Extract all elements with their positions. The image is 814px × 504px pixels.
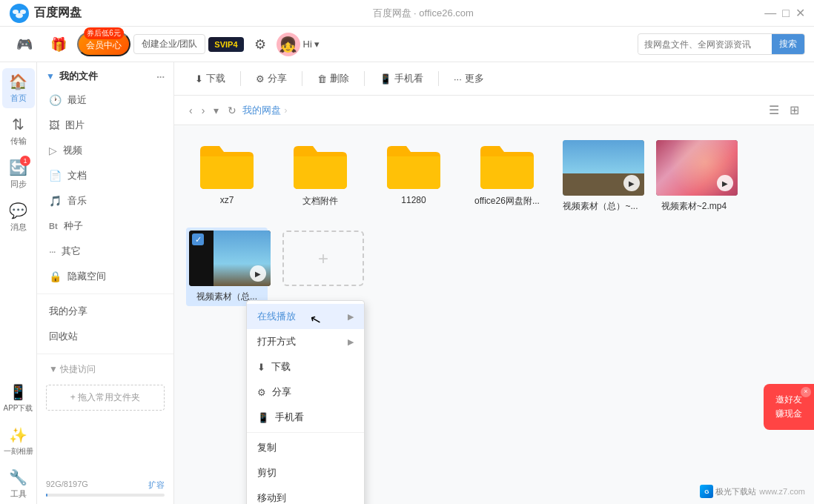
- grid-view-button[interactable]: ⊞: [787, 102, 802, 119]
- context-item-inner-open: 打开方式: [257, 335, 296, 348]
- tools-icon: 🔧: [9, 468, 27, 486]
- divider-2: [37, 354, 173, 354]
- settings-icon-button[interactable]: ⚙: [247, 32, 274, 57]
- member-btn-label: 会员中心: [86, 39, 122, 52]
- sidebar-app-label: APP下载: [3, 403, 33, 414]
- panel-item-trash[interactable]: 回收站: [37, 324, 173, 349]
- minimize-button[interactable]: —: [764, 7, 776, 20]
- mobile-label: 手机看: [275, 411, 304, 424]
- panel-item-music[interactable]: 🎵 音乐: [37, 188, 173, 213]
- sidebar-sync-label: 同步: [10, 179, 27, 190]
- gift-icon-button[interactable]: 🎁: [43, 32, 74, 57]
- context-item-inner-download: ⬇ 下载: [257, 360, 291, 374]
- panel-item-bt[interactable]: Bt 种子: [37, 213, 173, 239]
- search-input[interactable]: [638, 36, 772, 53]
- panel-item-recent[interactable]: 🕐 最近: [37, 87, 173, 113]
- sidebar-tools-label: 工具: [10, 488, 27, 500]
- panel-other-label: 其它: [62, 245, 81, 258]
- quick-access-add[interactable]: + 拖入常用文件夹: [46, 385, 165, 411]
- docs-icon: 📄: [49, 170, 62, 182]
- delete-button[interactable]: 🗑 删除: [308, 68, 358, 89]
- breadcrumb-mydrive[interactable]: 我的网盘: [242, 104, 281, 117]
- cut-label: 剪切: [257, 466, 277, 480]
- play-icon-2: ▶: [717, 175, 733, 191]
- context-item-cut[interactable]: 剪切: [247, 460, 364, 485]
- sidebar-item-moment[interactable]: ✨ 一刻相册: [2, 421, 35, 461]
- svip-badge[interactable]: SVIP4: [208, 37, 243, 52]
- share-button[interactable]: ⚙ 分享: [247, 68, 296, 89]
- panel-item-videos[interactable]: ▷ 视频: [37, 138, 173, 163]
- game-icon-button[interactable]: 🎮: [9, 32, 40, 57]
- recent-icon: 🕐: [49, 94, 62, 106]
- invite-promo-banner[interactable]: × 邀好友赚现金: [764, 384, 814, 430]
- forward-button[interactable]: ›: [199, 103, 208, 118]
- promo-text: 邀好友赚现金: [775, 394, 802, 419]
- play-icon-total: ▶: [623, 175, 640, 191]
- submenu-arrow-online: ▶: [348, 312, 354, 322]
- member-center-button[interactable]: 券后低6元 会员中心: [77, 32, 130, 56]
- panel-item-other[interactable]: ··· 其它: [37, 239, 173, 264]
- download-context-icon: ⬇: [257, 362, 265, 373]
- open-with-label: 打开方式: [257, 335, 296, 348]
- context-item-download[interactable]: ⬇ 下载: [247, 354, 364, 379]
- file-item-11280[interactable]: 11280: [373, 137, 454, 216]
- file-item-video2[interactable]: ▶ 视频素材~2.mp4: [653, 137, 735, 216]
- download-icon: ⬇: [195, 73, 203, 84]
- panel-dropdown-icon: ▼: [46, 71, 55, 82]
- context-item-copy[interactable]: 复制: [247, 435, 364, 460]
- sidebar-item-app[interactable]: 📱 APP下载: [2, 378, 35, 418]
- sidebar-item-sync[interactable]: 🔄 1 同步: [2, 154, 35, 194]
- toolbar-sep-4: [438, 71, 439, 86]
- sidebar-item-transfer[interactable]: ⇅ 传输: [2, 111, 35, 151]
- toolbar-sep-3: [364, 71, 365, 86]
- file-name-11280: 11280: [376, 195, 451, 205]
- close-button[interactable]: ✕: [795, 6, 805, 20]
- breadcrumb-nav: ‹ › ▾ ↻ 我的网盘 ›: [186, 103, 288, 118]
- context-item-share[interactable]: ⚙ 分享: [247, 379, 364, 405]
- context-item-online-play[interactable]: 在线播放 ▶: [247, 304, 364, 329]
- avatar[interactable]: 👧: [277, 33, 300, 56]
- refresh-button[interactable]: ↻: [225, 103, 239, 118]
- file-item-docs-attach[interactable]: 文档附件: [279, 137, 361, 216]
- file-name-xz7: xz7: [189, 195, 265, 205]
- promo-close-button[interactable]: ×: [801, 387, 811, 397]
- transfer-icon: ⇅: [12, 116, 24, 133]
- panel-more-icon[interactable]: ···: [156, 71, 165, 82]
- list-view-button[interactable]: ☰: [766, 102, 782, 119]
- panel-item-hidden[interactable]: 🔒 隐藏空间: [37, 264, 173, 289]
- maximize-button[interactable]: □: [782, 7, 790, 20]
- dropdown-button[interactable]: ▾: [211, 103, 222, 118]
- file-item-xz7[interactable]: xz7: [186, 137, 268, 216]
- logo-icon: [9, 3, 30, 24]
- sidebar-item-home[interactable]: 🏠 首页: [2, 68, 35, 108]
- panel-item-photos[interactable]: 🖼 图片: [37, 113, 173, 138]
- title-center: 百度网盘 · office26.com: [82, 7, 764, 20]
- panel-music-label: 音乐: [67, 194, 87, 208]
- file-item-video-selected[interactable]: ✓ ▶ 视频素材（总...: [186, 228, 268, 306]
- context-item-move-to[interactable]: 移动到: [247, 485, 364, 504]
- file-item-add[interactable]: +: [279, 228, 361, 306]
- back-button[interactable]: ‹: [186, 103, 196, 118]
- file-item-video-total[interactable]: ▶ 视频素材（总）~...: [560, 137, 641, 216]
- hi-label[interactable]: Hi ▾: [303, 39, 320, 50]
- expand-btn[interactable]: 扩容: [148, 480, 165, 491]
- create-team-button[interactable]: 创建企业/团队: [133, 34, 205, 54]
- context-item-mobile[interactable]: 📱 手机看: [247, 405, 364, 430]
- search-button[interactable]: 搜索: [772, 34, 804, 54]
- play-icon-selected: ▶: [250, 265, 266, 282]
- sidebar-item-message[interactable]: 💬 消息: [2, 197, 35, 237]
- logo: 百度网盘: [9, 3, 82, 24]
- check-icon: ✓: [192, 233, 204, 245]
- context-item-open-with[interactable]: 打开方式 ▶: [247, 329, 364, 354]
- panel-item-myshare[interactable]: 我的分享: [37, 299, 173, 324]
- left-nav: 🏠 首页 ⇅ 传输 🔄 1 同步 💬 消息 📱 APP下载 ✨ 一刻相册: [0, 62, 37, 504]
- panel-item-docs[interactable]: 📄 文档: [37, 163, 173, 188]
- download-button[interactable]: ⬇ 下载: [186, 68, 234, 89]
- file-item-office26[interactable]: office26网盘附...: [466, 137, 548, 216]
- context-menu: 在线播放 ▶ 打开方式 ▶ ⬇ 下载 ⚙ 分享 📱 手机看 复制 剪切 移动到: [246, 300, 365, 504]
- title-bar: 百度网盘 百度网盘 · office26.com — □ ✕: [0, 0, 814, 27]
- more-button[interactable]: ··· 更多: [445, 68, 493, 89]
- mobile-view-button[interactable]: 📱 手机看: [371, 68, 432, 89]
- moment-icon: ✨: [9, 426, 27, 444]
- sidebar-item-tools[interactable]: 🔧 工具: [2, 464, 35, 504]
